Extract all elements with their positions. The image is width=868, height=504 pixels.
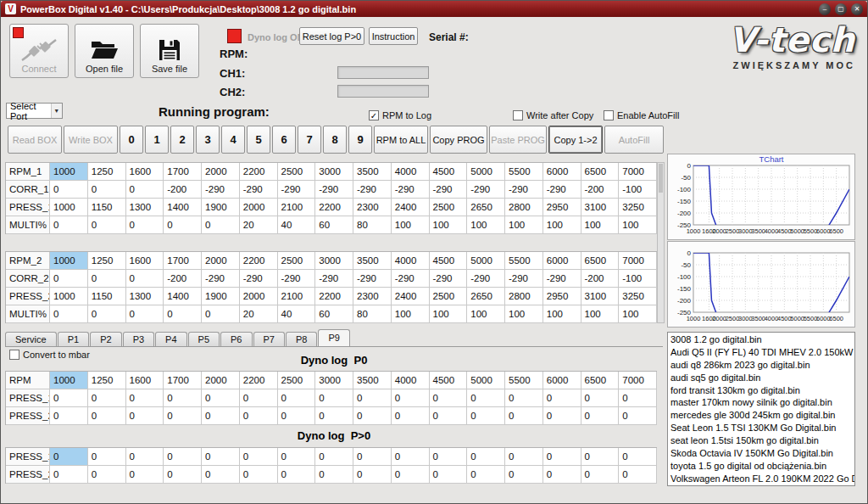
- cell-CORR_1-5[interactable]: -290: [240, 181, 278, 199]
- cell-RPM_2-6[interactable]: 2500: [278, 252, 316, 270]
- cell-MULTI%-6[interactable]: 40: [278, 305, 316, 323]
- cell-PRESS_2-1[interactable]: 1150: [88, 288, 126, 305]
- cell-MULTI%-0[interactable]: 0: [50, 216, 88, 234]
- cell-PRESS_2-1[interactable]: 0: [88, 466, 126, 484]
- cell-MULTI%-9[interactable]: 100: [392, 216, 430, 234]
- cell-PRESS_1-13[interactable]: 0: [543, 389, 581, 407]
- cell-PRESS_2-15[interactable]: 0: [619, 466, 657, 484]
- cell-PRESS_1-10[interactable]: 0: [430, 389, 468, 407]
- cell-PRESS_1-3[interactable]: 0: [164, 448, 202, 466]
- cell-PRESS_2-5[interactable]: 0: [240, 466, 278, 484]
- cell-RPM-9[interactable]: 4000: [392, 372, 430, 389]
- digit-button-6[interactable]: 6: [272, 126, 296, 154]
- cell-RPM-14[interactable]: 6500: [581, 372, 620, 389]
- copy-prog-button[interactable]: Copy PROG: [430, 126, 487, 154]
- cell-PRESS_2-0[interactable]: 1000: [50, 288, 88, 305]
- cell-CORR_2-15[interactable]: -100: [619, 270, 657, 288]
- cell-PRESS_2-15[interactable]: 0: [619, 407, 657, 425]
- file-item[interactable]: Skoda Octavia IV 150KM Go Digital.bin: [670, 447, 852, 460]
- cell-RPM_1-2[interactable]: 1600: [126, 163, 164, 181]
- cell-PRESS_2-11[interactable]: 0: [467, 466, 505, 484]
- maximize-button[interactable]: ▢: [835, 3, 847, 15]
- cell-CORR_2-14[interactable]: -200: [581, 270, 620, 288]
- cell-PRESS_2-13[interactable]: 0: [543, 466, 581, 484]
- cell-PRESS_1-2[interactable]: 1300: [126, 199, 164, 216]
- digit-button-7[interactable]: 7: [298, 126, 321, 154]
- cell-CORR_1-10[interactable]: -290: [430, 181, 468, 199]
- cell-MULTI%-0[interactable]: 0: [50, 305, 88, 323]
- cell-MULTI%-5[interactable]: 20: [240, 305, 278, 323]
- cell-PRESS_2-12[interactable]: 2800: [505, 288, 543, 305]
- tab-p6[interactable]: P6: [220, 332, 252, 346]
- cell-PRESS_1-7[interactable]: 0: [315, 389, 353, 407]
- cell-PRESS_1-4[interactable]: 0: [202, 389, 240, 407]
- cell-PRESS_1-3[interactable]: 1400: [164, 199, 202, 216]
- cell-MULTI%-2[interactable]: 0: [126, 305, 164, 323]
- cell-PRESS_1-13[interactable]: 0: [543, 448, 581, 466]
- cell-RPM_1-0[interactable]: 1000: [50, 163, 88, 181]
- cell-CORR_1-14[interactable]: -200: [581, 181, 620, 199]
- cell-MULTI%-1[interactable]: 0: [88, 216, 126, 234]
- cell-CORR_2-10[interactable]: -290: [430, 270, 468, 288]
- cell-RPM_2-12[interactable]: 5500: [505, 252, 543, 270]
- cell-PRESS_1-7[interactable]: 2200: [315, 199, 353, 216]
- cell-CORR_2-9[interactable]: -290: [392, 270, 430, 288]
- tables-scrollbar[interactable]: [657, 162, 665, 323]
- cell-MULTI%-15[interactable]: 100: [619, 216, 657, 234]
- cell-CORR_1-8[interactable]: -290: [353, 181, 392, 199]
- cell-PRESS_2-7[interactable]: 2200: [315, 288, 353, 305]
- cell-CORR_1-0[interactable]: 0: [50, 181, 88, 199]
- cell-RPM-11[interactable]: 5000: [467, 372, 505, 389]
- cell-MULTI%-12[interactable]: 100: [505, 216, 543, 234]
- cell-PRESS_1-0[interactable]: 1000: [50, 199, 88, 216]
- cell-PRESS_2-11[interactable]: 2650: [467, 288, 505, 305]
- tab-service[interactable]: Service: [5, 332, 57, 346]
- cell-PRESS_2-13[interactable]: 2950: [543, 288, 581, 305]
- cell-PRESS_1-11[interactable]: 2650: [467, 199, 505, 216]
- cell-PRESS_2-4[interactable]: 0: [202, 466, 240, 484]
- cell-MULTI%-3[interactable]: 0: [164, 305, 202, 323]
- cell-CORR_1-9[interactable]: -290: [392, 181, 430, 199]
- cell-PRESS_2-11[interactable]: 0: [467, 407, 505, 425]
- cell-PRESS_1-6[interactable]: 0: [278, 448, 316, 466]
- cell-RPM_2-15[interactable]: 7000: [619, 252, 657, 270]
- cell-RPM-5[interactable]: 2200: [240, 372, 278, 389]
- cell-PRESS_1-6[interactable]: 0: [278, 389, 316, 407]
- cell-PRESS_2-3[interactable]: 1400: [164, 288, 202, 305]
- cell-CORR_2-13[interactable]: -290: [543, 270, 581, 288]
- cell-PRESS_2-2[interactable]: 0: [126, 407, 164, 425]
- digit-button-3[interactable]: 3: [196, 126, 220, 154]
- cell-CORR_2-11[interactable]: -290: [467, 270, 505, 288]
- cell-PRESS_2-2[interactable]: 1300: [126, 288, 164, 305]
- cell-PRESS_2-0[interactable]: 0: [50, 466, 88, 484]
- cell-RPM_1-8[interactable]: 3500: [353, 163, 392, 181]
- cell-CORR_2-2[interactable]: 0: [126, 270, 164, 288]
- cell-MULTI%-15[interactable]: 100: [619, 305, 657, 323]
- cell-CORR_1-3[interactable]: -200: [164, 181, 202, 199]
- cell-MULTI%-9[interactable]: 100: [392, 305, 430, 323]
- cell-PRESS_2-7[interactable]: 0: [315, 407, 353, 425]
- cell-PRESS_1-14[interactable]: 0: [581, 389, 620, 407]
- cell-RPM_2-11[interactable]: 5000: [467, 252, 505, 270]
- cell-PRESS_1-5[interactable]: 0: [240, 448, 278, 466]
- cell-RPM_2-1[interactable]: 1250: [88, 252, 126, 270]
- cell-PRESS_2-9[interactable]: 0: [392, 466, 430, 484]
- cell-MULTI%-10[interactable]: 100: [430, 216, 468, 234]
- cell-CORR_2-5[interactable]: -290: [240, 270, 278, 288]
- cell-RPM_1-4[interactable]: 2000: [202, 163, 240, 181]
- cell-RPM_1-3[interactable]: 1700: [164, 163, 202, 181]
- cell-MULTI%-10[interactable]: 100: [430, 305, 468, 323]
- cell-RPM-4[interactable]: 2000: [202, 372, 240, 389]
- cell-PRESS_1-2[interactable]: 0: [126, 448, 164, 466]
- cell-RPM_1-12[interactable]: 5500: [505, 163, 543, 181]
- cell-CORR_2-0[interactable]: 0: [50, 270, 88, 288]
- cell-RPM-13[interactable]: 6000: [543, 372, 581, 389]
- cell-PRESS_1-11[interactable]: 0: [467, 389, 505, 407]
- cell-PRESS_1-8[interactable]: 2300: [353, 199, 392, 216]
- file-item[interactable]: Seat Leon 1.5 TSI 130KM Go Digital.bin: [670, 422, 852, 434]
- cell-PRESS_2-7[interactable]: 0: [315, 466, 353, 484]
- tab-p3[interactable]: P3: [123, 332, 154, 346]
- cell-PRESS_2-6[interactable]: 0: [278, 466, 316, 484]
- cell-MULTI%-8[interactable]: 80: [353, 305, 392, 323]
- cell-PRESS_1-9[interactable]: 2400: [392, 199, 430, 216]
